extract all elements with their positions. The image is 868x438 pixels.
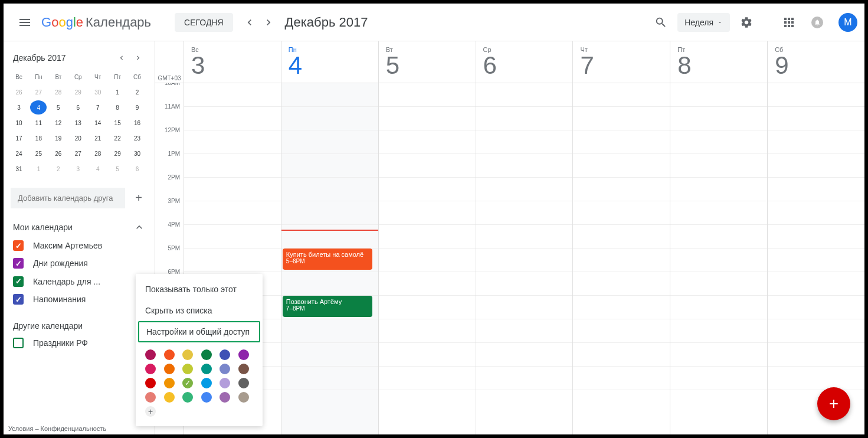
- day-header[interactable]: Вс3: [184, 41, 281, 83]
- color-swatch[interactable]: [201, 392, 212, 403]
- color-swatch[interactable]: [201, 378, 212, 388]
- other-calendars-header[interactable]: Другие календари: [8, 318, 150, 334]
- calendar-checkbox[interactable]: [13, 294, 24, 305]
- color-swatch[interactable]: [164, 349, 175, 360]
- calendar-checkbox[interactable]: [13, 276, 24, 287]
- mini-cal-day[interactable]: 26: [50, 146, 67, 161]
- mini-cal-day[interactable]: 5: [50, 100, 67, 115]
- context-menu-item[interactable]: Скрыть из списка: [136, 300, 263, 321]
- day-header[interactable]: Чт7: [572, 41, 670, 83]
- calendar-list-item[interactable]: Календарь для ...✕: [8, 272, 150, 290]
- mini-cal-day[interactable]: 3: [11, 100, 27, 115]
- mini-cal-prev-icon[interactable]: [114, 51, 129, 65]
- color-swatch[interactable]: [238, 349, 249, 360]
- color-swatch[interactable]: [164, 364, 175, 374]
- mini-cal-day[interactable]: 26: [11, 85, 27, 99]
- color-swatch[interactable]: [220, 378, 230, 388]
- color-swatch[interactable]: [182, 349, 193, 360]
- mini-cal-day[interactable]: 5: [109, 162, 126, 176]
- mini-cal-day[interactable]: 9: [129, 100, 146, 115]
- mini-cal-day[interactable]: 28: [90, 146, 106, 161]
- day-column[interactable]: [378, 83, 476, 434]
- mini-cal-day[interactable]: 30: [90, 85, 106, 99]
- calendar-checkbox[interactable]: [13, 240, 24, 251]
- notifications-icon[interactable]: [805, 11, 829, 34]
- mini-cal-day[interactable]: 24: [11, 146, 27, 161]
- day-column[interactable]: Купить билеты на самолё5–6PMПозвонить Ар…: [281, 83, 378, 434]
- day-header[interactable]: Сб9: [767, 41, 864, 83]
- color-swatch[interactable]: [145, 349, 156, 360]
- calendar-list-item[interactable]: Максим Артемьев: [8, 237, 150, 254]
- my-calendars-header[interactable]: Мои календари: [8, 218, 150, 237]
- menu-icon[interactable]: [11, 8, 39, 37]
- mini-cal-day[interactable]: 6: [70, 100, 86, 115]
- mini-cal-day[interactable]: 8: [109, 100, 126, 115]
- mini-cal-day[interactable]: 23: [129, 131, 146, 145]
- mini-cal-day[interactable]: 28: [50, 85, 67, 99]
- color-swatch[interactable]: [164, 392, 175, 403]
- mini-cal-day[interactable]: 10: [11, 116, 27, 130]
- calendar-list-item[interactable]: Дни рождения: [8, 254, 150, 272]
- next-week-button[interactable]: [259, 13, 278, 32]
- calendar-checkbox[interactable]: [13, 258, 24, 269]
- color-swatch[interactable]: [238, 378, 249, 388]
- mini-cal-day[interactable]: 18: [30, 131, 47, 145]
- mini-cal-day[interactable]: 4: [90, 162, 106, 176]
- color-swatch[interactable]: [238, 392, 249, 403]
- color-swatch[interactable]: [145, 392, 156, 403]
- settings-icon[interactable]: [735, 11, 758, 34]
- mini-cal-day[interactable]: 29: [70, 85, 86, 99]
- color-swatch[interactable]: [201, 349, 212, 360]
- apps-icon[interactable]: [777, 11, 801, 34]
- calendar-event[interactable]: Купить билеты на самолё5–6PM: [283, 249, 372, 270]
- color-swatch[interactable]: [220, 392, 230, 403]
- mini-cal-day[interactable]: 12: [50, 116, 67, 130]
- day-header[interactable]: Ср6: [476, 41, 573, 83]
- mini-cal-day[interactable]: 13: [70, 116, 86, 130]
- mini-cal-day[interactable]: 21: [90, 131, 106, 145]
- mini-cal-day[interactable]: 15: [109, 116, 126, 130]
- calendar-list-item[interactable]: Праздники РФ: [8, 334, 150, 352]
- view-selector[interactable]: Неделя: [677, 13, 730, 32]
- mini-cal-day[interactable]: 2: [50, 162, 67, 176]
- mini-cal-day[interactable]: 27: [70, 146, 86, 161]
- mini-cal-day[interactable]: 27: [30, 85, 47, 99]
- day-header[interactable]: Вт5: [378, 41, 476, 83]
- mini-cal-day[interactable]: 4: [30, 100, 47, 115]
- calendar-list-item[interactable]: Напоминания: [8, 290, 150, 308]
- calendar-event[interactable]: Позвонить Артёму7–8PM: [283, 296, 372, 317]
- user-avatar[interactable]: М: [838, 13, 857, 32]
- mini-cal-day[interactable]: 2: [129, 85, 146, 99]
- footer-links[interactable]: Условия – Конфиденциальность: [8, 425, 106, 432]
- context-menu-item[interactable]: Показывать только этот: [136, 279, 263, 300]
- mini-cal-day[interactable]: 19: [50, 131, 67, 145]
- mini-cal-day[interactable]: 20: [70, 131, 86, 145]
- day-header[interactable]: Пн4: [281, 41, 378, 83]
- day-column[interactable]: [767, 83, 864, 434]
- color-swatch[interactable]: [201, 364, 212, 374]
- mini-cal-next-icon[interactable]: [131, 51, 145, 65]
- day-header[interactable]: Пт8: [670, 41, 767, 83]
- today-button[interactable]: СЕГОДНЯ: [175, 13, 233, 32]
- color-swatch[interactable]: [145, 378, 156, 388]
- color-swatch[interactable]: [182, 364, 193, 374]
- prev-week-button[interactable]: [240, 13, 259, 32]
- day-column[interactable]: [572, 83, 670, 434]
- color-swatch[interactable]: [182, 392, 193, 403]
- mini-cal-day[interactable]: 1: [30, 162, 47, 176]
- calendar-checkbox[interactable]: [13, 338, 24, 348]
- color-swatch[interactable]: [220, 364, 230, 374]
- mini-cal-day[interactable]: 3: [70, 162, 86, 176]
- color-swatch[interactable]: [220, 349, 230, 360]
- color-swatch[interactable]: [145, 364, 156, 374]
- color-swatch[interactable]: [164, 378, 175, 388]
- mini-cal-day[interactable]: 29: [109, 146, 126, 161]
- add-custom-color-button[interactable]: +: [145, 406, 156, 417]
- search-icon[interactable]: [649, 11, 673, 34]
- day-column[interactable]: [476, 83, 573, 434]
- mini-cal-day[interactable]: 7: [90, 100, 106, 115]
- color-swatch[interactable]: [182, 378, 193, 388]
- create-event-fab[interactable]: +: [817, 387, 850, 420]
- logo[interactable]: Google Календарь: [41, 15, 151, 30]
- color-swatch[interactable]: [238, 364, 249, 374]
